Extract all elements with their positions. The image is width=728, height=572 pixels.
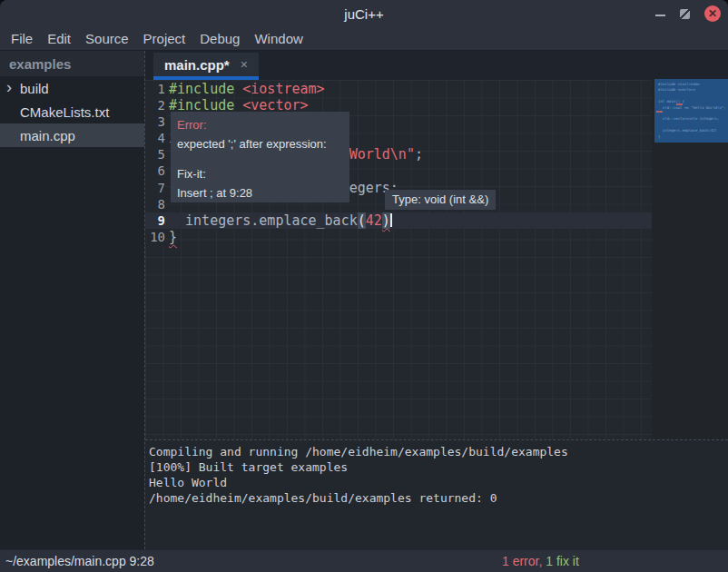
line-number: 2 [145, 97, 165, 113]
output-line: /home/eidheim/examples/build/examples re… [149, 490, 728, 506]
line-number: 6 [145, 163, 165, 179]
status-fixit-count: 1 fix it [546, 554, 579, 568]
line-number: 5 [145, 146, 165, 163]
app-window: juCi++ ✕ File Edit Source Project Debug … [0, 0, 728, 572]
fixit-tooltip-title: Fix-it: [177, 164, 343, 183]
line-content: } [169, 229, 177, 245]
minimap-error-mark [656, 111, 663, 113]
menu-item-project[interactable]: Project [143, 31, 186, 46]
error-tooltip-title: Error: [177, 115, 343, 134]
code-line[interactable]: 9 integers.emplace_back(42) [145, 212, 652, 229]
line-content: #include <iostream> [169, 81, 325, 97]
minimize-icon[interactable] [655, 15, 665, 16]
output-line: Compiling and running /home/eidheim/exam… [149, 444, 728, 459]
output-line: Hello World [149, 475, 728, 490]
sidebar-item-label: main.cpp [20, 128, 75, 143]
status-error-count: 1 error [502, 554, 538, 568]
menu-item-source[interactable]: Source [85, 31, 129, 46]
sidebar-item-label: build [20, 81, 49, 96]
sidebar-item-maincpp[interactable]: main.cpp [0, 123, 144, 147]
minimap-error-mark [676, 104, 683, 105]
code-editor[interactable]: 1#include <iostream>2#include <vector>34… [145, 80, 728, 439]
tab-maincpp[interactable]: main.cpp* × [153, 53, 259, 80]
minimap-column: #include <iostream>#include <vector> int… [652, 80, 728, 439]
line-number: 9 [145, 212, 165, 229]
type-tooltip: Type: void (int &&) [385, 190, 496, 210]
line-number: 3 [145, 113, 165, 130]
menu-item-file[interactable]: File [11, 31, 33, 46]
close-icon[interactable]: ✕ [704, 5, 721, 22]
chevron-right-icon[interactable]: › [6, 76, 12, 98]
output-line: [100%] Built target examples [149, 459, 728, 475]
sidebar-item-cmakelists[interactable]: CMakeLists.txt [0, 100, 144, 123]
restore-icon[interactable] [680, 9, 690, 19]
code-line[interactable]: 10} [145, 229, 652, 245]
line-number: 8 [145, 196, 165, 212]
file-tree-sidebar: examples › build CMakeLists.txt main.cpp [0, 51, 144, 549]
line-number: 4 [145, 130, 165, 146]
menu-item-debug[interactable]: Debug [200, 31, 240, 46]
status-bar: ~/examples/main.cpp 9:28 1 error, 1 fix … [0, 549, 728, 572]
error-tooltip: Error: expected ';' after expression: Fi… [171, 112, 349, 202]
minimap-line: std::cout << "Hello World\n"; [658, 105, 728, 111]
status-file-location: ~/examples/main.cpp 9:28 [5, 550, 154, 572]
title-bar[interactable]: juCi++ ✕ [0, 0, 728, 27]
sidebar-header: examples [0, 51, 144, 76]
sidebar-item-build[interactable]: › build [0, 76, 144, 100]
code-line[interactable]: 1#include <iostream> [145, 81, 652, 97]
tab-close-icon[interactable]: × [241, 57, 248, 72]
minimap-line: } [658, 134, 728, 140]
minimap[interactable]: #include <iostream>#include <vector> int… [654, 79, 728, 143]
line-number: 7 [145, 180, 165, 196]
tooltip-spacer [177, 153, 343, 164]
window-controls: ✕ [655, 0, 721, 27]
output-panel[interactable]: Compiling and running /home/eidheim/exam… [145, 439, 728, 549]
menu-item-window[interactable]: Window [254, 31, 302, 46]
tab-label: main.cpp* [164, 57, 230, 73]
line-number: 1 [145, 81, 165, 97]
menu-item-edit[interactable]: Edit [47, 31, 71, 46]
minimap-line: std::vector<int> integers; [658, 116, 728, 122]
editor-pane: main.cpp* × 1#include <iostream>2#includ… [144, 51, 728, 549]
line-number: 10 [145, 229, 165, 245]
tab-bar: main.cpp* × [145, 51, 728, 80]
error-tooltip-message: expected ';' after expression: [177, 134, 343, 153]
sidebar-item-label: CMakeLists.txt [20, 104, 109, 120]
status-diagnostics: 1 error, 1 fix it [502, 550, 579, 572]
text-cursor [390, 213, 392, 227]
menu-bar: File Edit Source Project Debug Window [0, 27, 728, 51]
window-title: juCi++ [344, 6, 383, 22]
line-content: integers.emplace_back(42) [169, 212, 392, 229]
fixit-tooltip-message: Insert ; at 9:28 [177, 183, 343, 202]
